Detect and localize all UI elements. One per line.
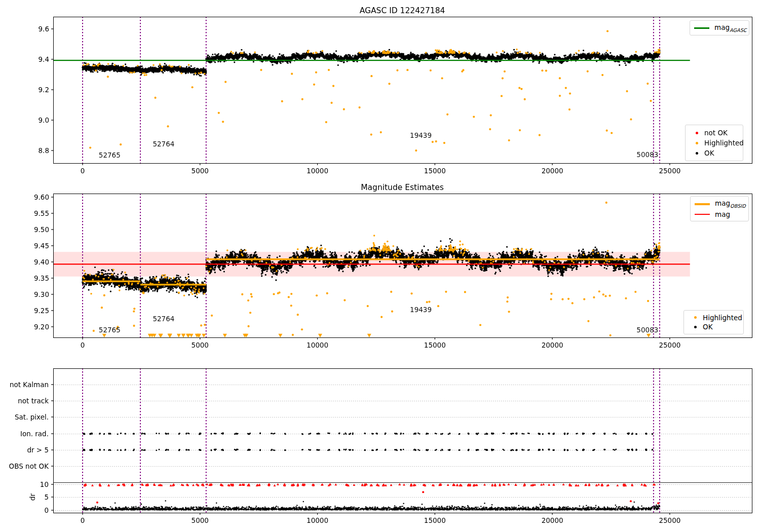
highlighted-dot-icon [694, 316, 697, 319]
legend-entry-not-ok: not OK [690, 129, 739, 137]
plot-canvas [0, 0, 760, 532]
not-ok-dot-icon [696, 132, 698, 134]
mag-line-swatch [695, 214, 710, 215]
legend-label-mag-obsid: magOBSID [715, 199, 746, 209]
legend-entry-mag: mag [695, 210, 744, 218]
mag-obsid-line-swatch [695, 203, 710, 205]
legend-markers-middle: Highlighted OK [683, 310, 744, 334]
legend-label-mag-agasc: magAGASC [714, 23, 747, 33]
legend-entry-ok: OK [690, 149, 739, 157]
legend-label-not-ok: not OK [704, 129, 728, 137]
legend-mag-lines: magOBSID mag [690, 196, 749, 221]
highlighted-dot-icon [696, 142, 698, 144]
legend-label-ok: OK [704, 149, 714, 157]
legend-label-highlighted: Highlighted [704, 139, 744, 147]
ok-dot-icon [694, 326, 697, 328]
legend-markers-top: not OK Highlighted OK [685, 125, 743, 161]
legend-entry-mag-agasc: magAGASC [694, 23, 745, 33]
legend-label-mag: mag [715, 210, 730, 218]
figure: AGASC ID 122427184 Magnitude Estimates m… [0, 0, 760, 532]
plot2-title: Magnitude Estimates [361, 183, 444, 192]
legend-label-highlighted-mid: Highlighted [703, 314, 742, 322]
legend-entry-mag-obsid: magOBSID [695, 199, 744, 209]
legend-entry-ok-mid: OK [688, 323, 739, 331]
ok-dot-icon [696, 152, 698, 155]
plot1-title: AGASC ID 122427184 [360, 6, 445, 15]
legend-mag-agasc: magAGASC [690, 20, 749, 35]
legend-entry-highlighted-mid: Highlighted [688, 314, 739, 322]
legend-entry-highlighted: Highlighted [690, 139, 739, 147]
legend-label-ok-mid: OK [703, 323, 712, 331]
mag-agasc-line-swatch [694, 27, 709, 29]
